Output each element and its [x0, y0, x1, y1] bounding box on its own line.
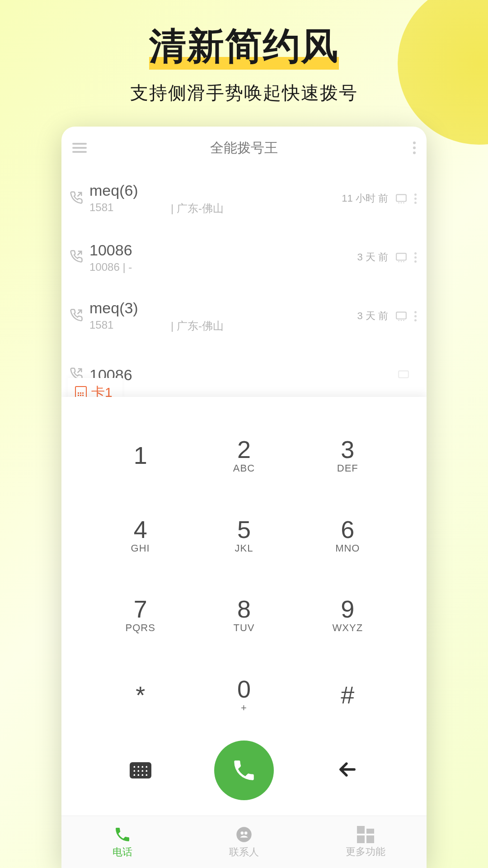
call-location: | 广东-佛山 [171, 201, 224, 216]
svg-point-6 [244, 831, 248, 835]
dial-key-8[interactable]: 8TUV [192, 575, 296, 655]
dialpad: 1 2ABC 3DEF 4GHI 5JKL 6MNO 7PQRS 8TUV 9W… [61, 397, 427, 816]
sms-icon[interactable] [397, 369, 410, 381]
call-list: meq(6) 1581 | 广东-佛山 11 小时 前 10086 10086 … [61, 169, 427, 404]
bottom-nav: 电话 联系人 更多功能 [61, 816, 427, 868]
svg-point-4 [236, 827, 251, 842]
dial-key-star[interactable]: * [89, 655, 192, 735]
hero-title: 清新简约风 [0, 0, 488, 71]
contacts-icon [235, 826, 253, 844]
sms-icon[interactable] [394, 193, 408, 204]
call-location: | 广东-佛山 [171, 319, 224, 333]
call-row[interactable]: meq(3) 1581 | 广东-佛山 3 天 前 [61, 287, 427, 345]
dial-grid: 1 2ABC 3DEF 4GHI 5JKL 6MNO 7PQRS 8TUV 9W… [89, 415, 399, 734]
more-icon[interactable] [413, 142, 416, 154]
nav-label: 联系人 [229, 845, 259, 859]
svg-rect-2 [396, 312, 406, 319]
nav-phone[interactable]: 电话 [61, 816, 183, 868]
svg-rect-1 [396, 253, 406, 260]
row-more-icon[interactable] [414, 311, 417, 321]
phone-icon [113, 826, 131, 844]
call-button[interactable] [214, 741, 274, 800]
dial-key-0[interactable]: 0+ [192, 655, 296, 735]
keyboard-icon[interactable] [130, 762, 151, 778]
row-more-icon[interactable] [414, 252, 417, 263]
sms-icon[interactable] [394, 251, 408, 263]
row-more-icon[interactable] [414, 193, 417, 204]
hero-subtitle: 支持侧滑手势唤起快速拨号 [0, 80, 488, 105]
call-name: meq(6) [89, 182, 342, 199]
menu-icon[interactable] [72, 143, 87, 153]
svg-rect-3 [399, 371, 408, 377]
call-number: 10086 | - [89, 261, 171, 274]
outgoing-call-icon [70, 250, 86, 265]
dial-key-7[interactable]: 7PQRS [89, 575, 192, 655]
outgoing-call-icon [70, 191, 86, 206]
svg-rect-0 [396, 194, 406, 201]
call-time: 3 天 前 [357, 250, 388, 264]
phone-frame: 全能拨号王 meq(6) 1581 | 广东-佛山 11 小时 前 [61, 127, 427, 868]
dial-key-1[interactable]: 1 [89, 415, 192, 495]
dial-key-9[interactable]: 9WXYZ [296, 575, 399, 655]
dial-key-6[interactable]: 6MNO [296, 495, 399, 575]
call-number: 1581 [89, 201, 171, 216]
call-time: 3 天 前 [357, 309, 388, 323]
dial-key-2[interactable]: 2ABC [192, 415, 296, 495]
sms-icon[interactable] [394, 310, 408, 322]
call-row[interactable]: meq(6) 1581 | 广东-佛山 11 小时 前 [61, 169, 427, 228]
app-title: 全能拨号王 [210, 139, 278, 157]
outgoing-call-icon [70, 308, 86, 324]
app-bar: 全能拨号王 [61, 127, 427, 169]
svg-point-5 [240, 831, 244, 835]
dial-key-4[interactable]: 4GHI [89, 495, 192, 575]
nav-more[interactable]: 更多功能 [305, 816, 427, 868]
call-number: 1581 [89, 319, 171, 333]
nav-label: 电话 [113, 845, 132, 859]
call-name: meq(3) [89, 299, 357, 317]
nav-contacts[interactable]: 联系人 [183, 816, 305, 868]
dial-key-3[interactable]: 3DEF [296, 415, 399, 495]
call-name: 10086 [89, 366, 397, 384]
nav-label: 更多功能 [346, 845, 385, 859]
call-name: 10086 [89, 241, 357, 259]
call-row[interactable]: 10086 10086 | - 3 天 前 [61, 228, 427, 287]
grid-icon [357, 826, 374, 843]
dial-key-5[interactable]: 5JKL [192, 495, 296, 575]
dial-key-hash[interactable]: # [296, 655, 399, 735]
call-time: 11 小时 前 [342, 192, 388, 205]
backspace-icon[interactable] [336, 758, 359, 783]
